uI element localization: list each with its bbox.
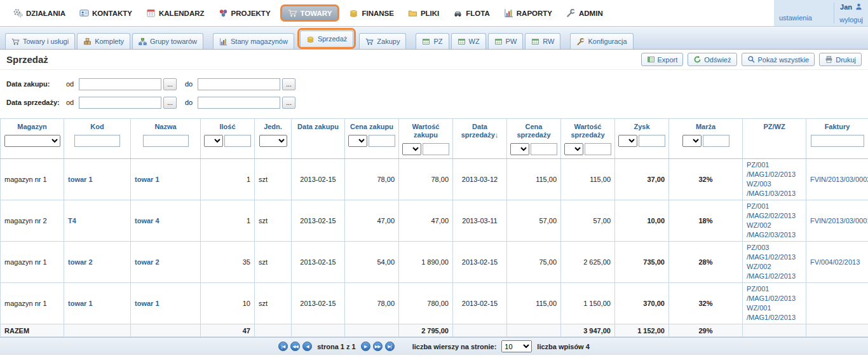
kod-link[interactable]: towar 1	[68, 176, 93, 183]
sale-date-from-picker-button[interactable]: ...	[163, 97, 177, 109]
pz-link[interactable]: /MAG1/02/2013	[747, 170, 802, 179]
nav-finanse[interactable]: FINANSE	[342, 8, 400, 18]
prev-page-button[interactable]: ◀	[302, 342, 312, 351]
pz-link[interactable]: /MAG2/02/2013	[747, 211, 802, 221]
nazwa-link[interactable]: towar 1	[135, 176, 159, 183]
purchase-date-to-picker-button[interactable]: ...	[282, 78, 295, 90]
faktura-link[interactable]: FVIN/2013/03/0001	[810, 217, 868, 225]
filter-wartosc-zakupu-operator-select[interactable]	[402, 143, 421, 155]
filter-magazyn-select[interactable]	[4, 135, 60, 147]
kod-link[interactable]: T4	[68, 217, 76, 225]
wz-link[interactable]: /MAG2/03/2013	[747, 230, 802, 240]
wz-link[interactable]: WZ/002	[747, 262, 802, 272]
nav-towary[interactable]: TOWARY	[285, 8, 336, 18]
tab-rw[interactable]: RW	[525, 33, 560, 49]
logout-link[interactable]: wyloguj	[839, 16, 863, 24]
nazwa-link[interactable]: towar 2	[135, 258, 159, 266]
nav-kalendarz[interactable]: KALENDARZ	[139, 8, 212, 18]
show-all-button[interactable]: Pokaż wszystkie	[742, 53, 815, 66]
sale-date-from-input[interactable]	[79, 97, 161, 109]
wz-link[interactable]: WZ/003	[747, 179, 802, 189]
refresh-button[interactable]: Odśwież	[688, 53, 736, 66]
nav-dzialania[interactable]: DZIAŁANIA	[6, 8, 72, 18]
first-page-button[interactable]: |◀	[278, 342, 288, 351]
wrench-icon	[566, 8, 576, 18]
filter-ilosc-operator-select[interactable]	[204, 135, 223, 147]
next-fast-button[interactable]: ▶▶	[373, 342, 383, 351]
cell-magazyn: magazyn nr 1	[1, 283, 64, 324]
nav-flota[interactable]: FLOTA	[446, 8, 496, 18]
filter-jedn-select[interactable]	[259, 135, 287, 147]
faktura-link[interactable]: FVIN/2013/03/0002	[810, 176, 868, 183]
cell-wartosc-sprzedazy: 115,00	[561, 159, 615, 200]
filter-zysk-input[interactable]	[639, 135, 665, 147]
purchase-date-from-picker-button[interactable]: ...	[163, 78, 177, 90]
filter-marza-operator-select[interactable]	[682, 135, 702, 147]
filter-nazwa-input[interactable]	[143, 135, 189, 147]
kod-link[interactable]: towar 2	[68, 258, 93, 266]
next-page-button[interactable]: ▶	[361, 342, 370, 351]
kod-link[interactable]: towar 1	[68, 300, 93, 307]
tab-komplety[interactable]: Komplety	[77, 33, 130, 49]
settings-link[interactable]: ustawienia	[779, 14, 812, 22]
column-header: Nazwa	[142, 123, 189, 131]
sort-desc-icon: ↓	[495, 131, 499, 139]
pz-link[interactable]: /MAG1/02/2013	[747, 294, 802, 303]
nav-projekty[interactable]: PROJEKTY	[212, 8, 278, 18]
nav-kontakty[interactable]: KONTAKTY	[72, 8, 139, 18]
pz-link[interactable]: PZ/001	[747, 202, 802, 211]
filter-cena-sprzedazy-input[interactable]	[531, 143, 557, 155]
filter-cena-sprzedazy-operator-select[interactable]	[510, 143, 529, 155]
faktura-link[interactable]: FV/004/02/2013	[810, 258, 860, 266]
nav-raporty[interactable]: RAPORTY	[497, 8, 559, 18]
tab-sprzedaz[interactable]: Sprzedaż	[300, 31, 353, 46]
pz-link[interactable]: PZ/001	[747, 160, 802, 170]
tab-pw[interactable]: PW	[488, 33, 524, 49]
filter-wartosc-zakupu-input[interactable]	[423, 143, 449, 155]
nav-admin[interactable]: ADMIN	[559, 8, 610, 18]
sale-date-to-input[interactable]	[198, 97, 280, 109]
wz-link[interactable]: /MAG1/02/2013	[747, 272, 802, 281]
export-button[interactable]: Export	[641, 53, 684, 66]
purchase-date-to-input[interactable]	[198, 78, 280, 90]
filter-wartosc-sprzedazy-input[interactable]	[585, 143, 611, 155]
pz-link[interactable]: PZ/003	[747, 243, 802, 253]
cell-cena-sprzedazy: 75,00	[507, 242, 561, 283]
filter-marza-input[interactable]	[703, 135, 729, 147]
cell-cena-sprzedazy: 57,00	[507, 200, 561, 242]
column-header-sorted[interactable]: Data sprzedaży↓	[456, 123, 503, 139]
pz-link[interactable]: PZ/001	[747, 284, 802, 294]
wz-link[interactable]: /MAG1/02/2013	[747, 313, 802, 322]
tab-grupy-towarow[interactable]: Grupy towarów	[132, 33, 203, 49]
column-header: Marża	[682, 123, 729, 131]
wz-link[interactable]: /MAG1/03/2013	[747, 189, 802, 198]
nav-label: KONTAKTY	[92, 10, 132, 17]
filter-kod-input[interactable]	[74, 135, 120, 147]
print-button[interactable]: Drukuj	[819, 53, 862, 66]
filter-cena-zakupu-operator-select[interactable]	[348, 135, 367, 147]
nav-pliki[interactable]: PLIKI	[401, 8, 446, 18]
filter-wartosc-sprzedazy-operator-select[interactable]	[564, 143, 583, 155]
filter-cena-zakupu-input[interactable]	[369, 135, 395, 147]
wz-link[interactable]: WZ/001	[747, 303, 802, 313]
filter-faktury-input[interactable]	[811, 135, 864, 147]
document-icon	[494, 38, 503, 46]
nazwa-link[interactable]: towar 1	[135, 300, 159, 307]
sale-date-to-picker-button[interactable]: ...	[282, 97, 295, 109]
tab-stany-magazynow[interactable]: Stany magazynów	[213, 33, 294, 49]
last-page-button[interactable]: ▶|	[385, 342, 395, 351]
prev-fast-button[interactable]: ◀◀	[290, 342, 300, 351]
filter-zysk-operator-select[interactable]	[618, 135, 637, 147]
tab-zakupy[interactable]: Zakupy	[359, 33, 406, 49]
tab-konfiguracja[interactable]: Konfiguracja	[570, 33, 633, 49]
wz-link[interactable]: WZ/002	[747, 221, 802, 230]
rows-per-page-select[interactable]: 10	[501, 340, 532, 352]
tab-towary-i-uslugi[interactable]: Towary i usługi	[5, 33, 75, 49]
nazwa-link[interactable]: towar 4	[135, 217, 159, 225]
cell-cena-sprzedazy: 115,00	[507, 283, 561, 324]
pz-link[interactable]: /MAG1/02/2013	[747, 253, 802, 262]
filter-ilosc-input[interactable]	[224, 135, 251, 147]
tab-pz[interactable]: PZ	[416, 33, 449, 49]
purchase-date-from-input[interactable]	[79, 78, 161, 90]
tab-wz[interactable]: WZ	[451, 33, 486, 49]
